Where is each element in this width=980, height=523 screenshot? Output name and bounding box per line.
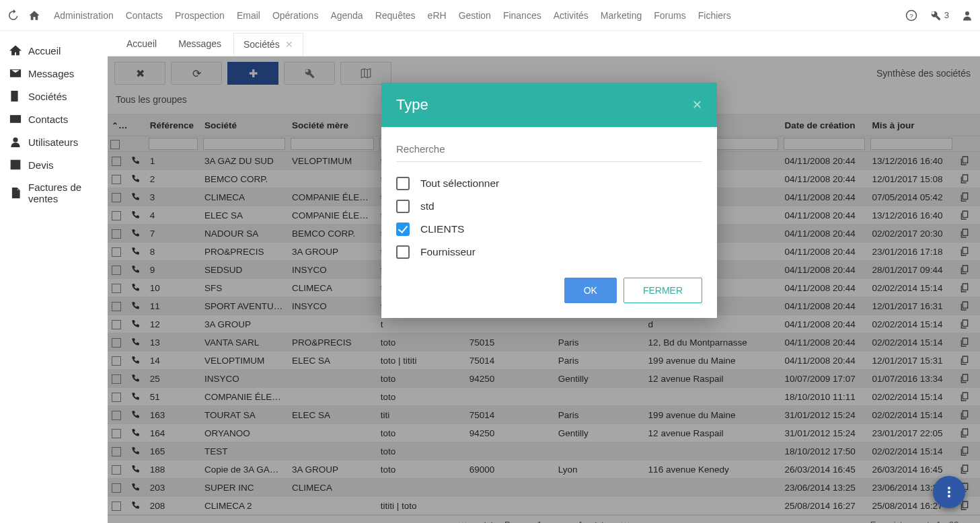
nav-prospection[interactable]: Prospection [175, 10, 225, 21]
modal-option-label: CLIENTS [420, 223, 464, 235]
nav-opérations[interactable]: Opérations [272, 10, 318, 21]
help-icon[interactable]: ? [905, 9, 917, 22]
checkbox-icon[interactable] [396, 223, 410, 236]
modal-close-icon[interactable]: ✕ [692, 97, 702, 112]
sidebar-item-accueil[interactable]: Accueil [5, 39, 102, 62]
user-icon[interactable] [961, 9, 973, 22]
sidebar-item-label: Messages [28, 68, 74, 79]
sidebar: AccueilMessagesSociétésContactsUtilisate… [0, 31, 108, 523]
sidebar-item-label: Utilisateurs [28, 136, 78, 148]
tab-label: Sociétés [243, 39, 280, 50]
modal-option-label: Fournisseur [420, 246, 476, 258]
tab-label: Messages [178, 38, 221, 49]
sidebar-item-devis[interactable]: Devis [5, 153, 102, 176]
sidebar-item-contacts[interactable]: Contacts [5, 108, 102, 130]
grid-icon [9, 159, 22, 171]
modal-title: Type [396, 96, 428, 114]
tab-sociétés[interactable]: Sociétés✕ [233, 33, 303, 56]
modal-close-button[interactable]: FERMER [624, 278, 702, 303]
sidebar-item-label: Accueil [28, 45, 61, 56]
sidebar-item-label: Factures de ventes [28, 182, 98, 204]
nav-erh[interactable]: eRH [428, 10, 447, 21]
nav-requêtes[interactable]: Requêtes [375, 10, 416, 21]
modal-option[interactable]: std [396, 200, 702, 213]
home-icon[interactable] [28, 9, 40, 22]
sidebar-item-label: Contacts [28, 114, 68, 125]
modal-option-label: std [420, 200, 435, 212]
top-bar: AdministrationContactsProspectionEmailOp… [0, 0, 980, 31]
modal-option[interactable]: Fournisseur [396, 245, 702, 259]
tab-messages[interactable]: Messages [169, 33, 231, 54]
modal-ok-button[interactable]: OK [564, 278, 617, 303]
home-icon [9, 44, 22, 56]
tab-close-icon[interactable]: ✕ [285, 39, 293, 50]
tab-label: Accueil [126, 38, 157, 49]
checkbox-icon[interactable] [396, 245, 410, 259]
checkbox-icon[interactable] [396, 200, 410, 213]
tabs: AccueilMessagesSociétés✕ [108, 31, 980, 56]
modal-search-input[interactable] [396, 139, 702, 162]
type-modal: Type ✕ Tout sélectionnerstdCLIENTSFourni… [381, 83, 717, 318]
modal-header: Type ✕ [381, 83, 717, 127]
sidebar-item-sociétés[interactable]: Sociétés [5, 85, 102, 108]
tab-accueil[interactable]: Accueil [117, 33, 166, 54]
id-card-icon [9, 113, 22, 125]
nav-contacts[interactable]: Contacts [126, 10, 163, 21]
history-icon[interactable] [7, 9, 19, 22]
nav-activités[interactable]: Activités [554, 10, 589, 21]
nav-marketing[interactable]: Marketing [601, 10, 642, 21]
notification-count: 3 [944, 10, 949, 20]
top-nav: AdministrationContactsProspectionEmailOp… [54, 10, 731, 21]
svg-point-3 [13, 138, 17, 142]
nav-agenda[interactable]: Agenda [330, 10, 363, 21]
user-icon [9, 136, 22, 148]
svg-point-2 [965, 11, 969, 15]
nav-email[interactable]: Email [237, 10, 260, 21]
building-icon [9, 90, 22, 102]
modal-option[interactable]: Tout sélectionner [396, 177, 702, 190]
nav-forums[interactable]: Forums [654, 10, 685, 21]
sidebar-item-utilisateurs[interactable]: Utilisateurs [5, 130, 102, 153]
modal-option[interactable]: CLIENTS [396, 223, 702, 236]
sidebar-item-factures-de-ventes[interactable]: Factures de ventes [5, 176, 102, 210]
file-icon [9, 187, 22, 199]
sidebar-item-label: Devis [28, 159, 54, 171]
svg-text:?: ? [909, 11, 913, 19]
modal-option-label: Tout sélectionner [420, 177, 499, 190]
sidebar-item-label: Sociétés [28, 91, 67, 102]
nav-fichiers[interactable]: Fichiers [698, 10, 731, 21]
nav-gestion[interactable]: Gestion [459, 10, 491, 21]
nav-finances[interactable]: Finances [503, 10, 541, 21]
checkbox-icon[interactable] [396, 177, 410, 190]
nav-administration[interactable]: Administration [54, 10, 114, 21]
wrench-icon[interactable] [930, 9, 942, 22]
mail-icon [9, 67, 22, 79]
fab-button[interactable] [933, 476, 965, 508]
sidebar-item-messages[interactable]: Messages [5, 62, 102, 85]
